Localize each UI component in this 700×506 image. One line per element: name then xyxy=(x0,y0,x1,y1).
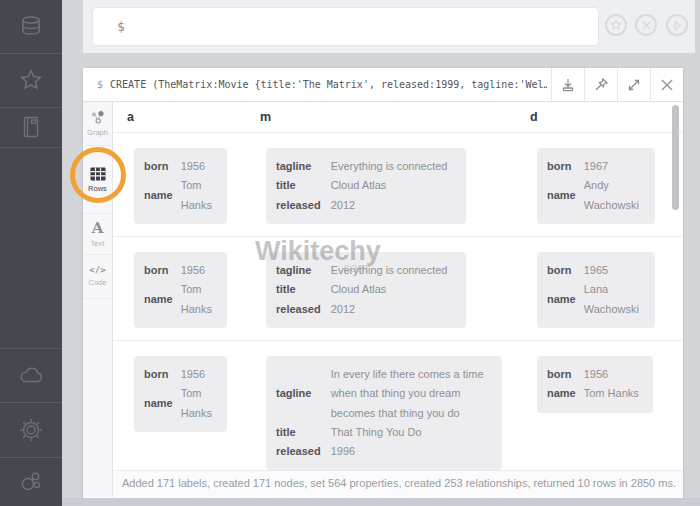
star-icon xyxy=(18,67,44,93)
clear-icon xyxy=(641,20,652,31)
clear-button[interactable] xyxy=(635,14,657,36)
property-card: born1956nameTom Hanks xyxy=(134,148,227,224)
command-input[interactable]: $ xyxy=(93,8,598,45)
property-card: born1965nameLana Wachowski xyxy=(537,252,655,328)
property-key: tagline xyxy=(276,384,321,403)
property-value: 1956 xyxy=(181,261,217,280)
sidebar-item-favorites[interactable] xyxy=(0,54,62,106)
sidebar-item-about[interactable] xyxy=(0,458,62,506)
rows-view: a m d born1956nameTom Hanks taglineEvery… xyxy=(113,102,683,497)
property-value: 1965 xyxy=(584,261,645,280)
expand-button[interactable] xyxy=(617,68,650,101)
property-key: name xyxy=(144,186,173,205)
property-value: 1956 xyxy=(584,365,643,384)
property-value: 2012 xyxy=(331,196,456,215)
app-sidebar xyxy=(0,0,62,506)
sidebar-item-documents[interactable] xyxy=(0,108,62,146)
property-value: Tom Hanks xyxy=(181,176,217,215)
graph-icon xyxy=(90,110,106,125)
database-icon xyxy=(18,13,44,39)
prompt-symbol: $ xyxy=(117,8,125,45)
sidebar-item-database[interactable] xyxy=(0,4,62,48)
property-value: Cloud Atlas xyxy=(331,280,456,299)
result-frame-header: $CREATE (TheMatrix:Movie {title:'The Mat… xyxy=(83,68,683,102)
tab-rows[interactable]: Rows xyxy=(83,146,112,214)
neo4j-logo-icon xyxy=(18,469,44,495)
property-value: 1967 xyxy=(584,157,645,176)
property-key: title xyxy=(276,280,321,299)
close-icon xyxy=(658,76,676,94)
property-key: born xyxy=(144,157,173,176)
property-key: released xyxy=(276,442,321,461)
prompt-symbol: $ xyxy=(97,79,103,90)
property-key: released xyxy=(276,300,321,319)
command-bar: $ xyxy=(83,0,695,53)
column-header: m xyxy=(260,102,271,132)
rows-table-icon xyxy=(90,167,106,181)
property-key: tagline xyxy=(276,261,321,280)
table-row: born1956nameTom Hanks taglineEverything … xyxy=(113,133,683,237)
property-key: released xyxy=(276,196,321,215)
property-value: 1956 xyxy=(181,365,217,384)
expand-icon xyxy=(626,77,642,93)
property-value: 1996 xyxy=(331,442,492,461)
favorite-button[interactable] xyxy=(605,14,627,36)
sidebar-divider xyxy=(0,147,62,148)
tab-label: Graph xyxy=(87,128,108,137)
tab-label: Rows xyxy=(88,184,107,193)
table-row: born1956nameTom Hanks taglineIn every li… xyxy=(113,341,683,471)
property-key: name xyxy=(144,394,173,413)
property-card: born1956nameTom Hanks xyxy=(537,356,653,413)
download-button[interactable] xyxy=(551,68,584,101)
property-key: born xyxy=(547,261,576,280)
property-key: name xyxy=(547,290,576,309)
property-key: born xyxy=(547,365,576,384)
gear-icon xyxy=(17,416,45,444)
pin-icon xyxy=(593,77,609,93)
property-key: born xyxy=(547,157,576,176)
property-card: taglineIn every life there comes a time … xyxy=(266,356,502,470)
executed-query[interactable]: $CREATE (TheMatrix:Movie {title:'The Mat… xyxy=(97,68,547,101)
property-value: That Thing You Do xyxy=(331,423,492,442)
close-frame-button[interactable] xyxy=(650,68,683,101)
property-card: taglineEverything is connectedtitleCloud… xyxy=(266,252,466,328)
property-card: born1967nameAndy Wachowski xyxy=(537,148,655,224)
tab-graph[interactable]: Graph xyxy=(83,102,112,146)
text-icon: A xyxy=(92,221,104,236)
property-key: name xyxy=(547,384,576,403)
property-key: born xyxy=(144,261,173,280)
table-row: born1956nameTom Hanks taglineEverything … xyxy=(113,237,683,341)
tab-text[interactable]: A Text xyxy=(83,214,112,255)
cloud-icon xyxy=(17,364,45,386)
result-status-bar: Added 171 labels, created 171 nodes, set… xyxy=(113,471,683,496)
column-header: d xyxy=(530,102,538,132)
query-text: CREATE (TheMatrix:Movie {title:'The Matr… xyxy=(110,79,547,90)
property-value: Lana Wachowski xyxy=(584,280,645,319)
tab-code[interactable]: </> Code xyxy=(83,255,112,299)
table-header-row: a m d xyxy=(113,102,683,133)
column-header: a xyxy=(127,102,134,132)
property-key: title xyxy=(276,176,321,195)
tab-label: Code xyxy=(89,278,107,287)
property-value: Andy Wachowski xyxy=(584,176,645,215)
property-key: name xyxy=(547,186,576,205)
favorite-icon xyxy=(610,19,622,31)
property-card: born1956nameTom Hanks xyxy=(134,252,227,328)
sidebar-item-settings[interactable] xyxy=(0,403,62,456)
property-value: Tom Hanks xyxy=(181,280,217,319)
view-tabstrip: Graph Rows A Text </> Code xyxy=(83,102,113,497)
property-value: Tom Hanks xyxy=(181,384,217,423)
frame-toolbar xyxy=(551,68,683,101)
property-value: 2012 xyxy=(331,300,456,319)
run-icon xyxy=(672,20,683,31)
property-key: tagline xyxy=(276,157,321,176)
result-frame: $CREATE (TheMatrix:Movie {title:'The Mat… xyxy=(83,68,683,498)
property-value: Everything is connected xyxy=(331,261,456,280)
sidebar-item-cloud[interactable] xyxy=(0,349,62,401)
tab-label: Text xyxy=(91,239,105,248)
run-button[interactable] xyxy=(666,14,688,36)
vertical-scrollbar[interactable] xyxy=(672,105,679,210)
pin-button[interactable] xyxy=(584,68,617,101)
property-value: Everything is connected xyxy=(331,157,456,176)
property-card: born1956nameTom Hanks xyxy=(134,356,227,432)
